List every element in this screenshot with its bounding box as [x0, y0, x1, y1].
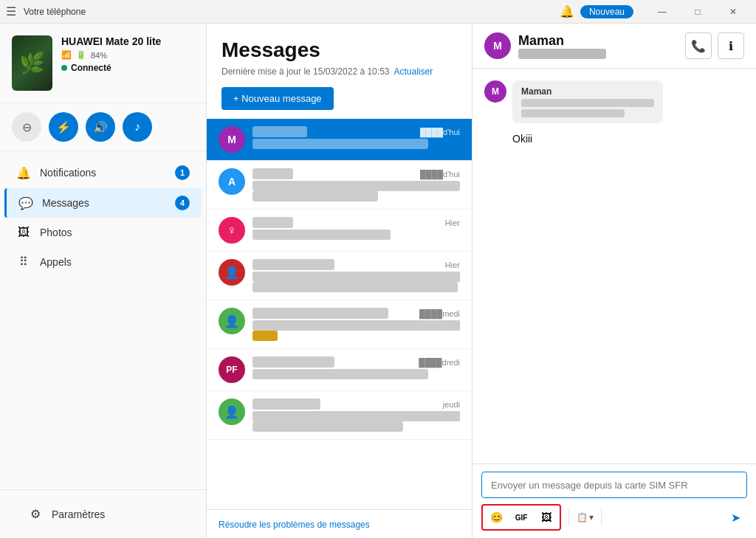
toolbar-separator-2: [601, 508, 602, 526]
conversation-item-3[interactable]: ♀ ██████ Hier ██████████████████████: [207, 210, 472, 252]
conv-header-2: ██████ ████d'hui: [252, 168, 460, 179]
maximize-button[interactable]: □: [681, 0, 715, 24]
device-panel: HUAWEI Mate 20 lite 84% Connecté: [0, 24, 206, 103]
conv-content-4: ████████████ Hier ██████████████████████…: [252, 259, 460, 292]
bluetooth-button[interactable]: ⚡: [49, 112, 78, 142]
conv-header-7: ██████████ jeudi: [252, 399, 460, 410]
conv-name-6: ████████████: [252, 356, 334, 368]
clip-button[interactable]: 📋 ▾: [577, 512, 594, 523]
app-title: Votre téléphone: [24, 7, 560, 17]
conv-preview-2b: ████████████████████: [252, 191, 460, 201]
sidebar-item-photos[interactable]: 🖼 Photos: [4, 218, 202, 246]
chat-header: M Maman ██████████████ 📞 ℹ: [472, 24, 756, 69]
status-label: Connecté: [71, 63, 111, 73]
settings-item[interactable]: ⚙ Paramètres: [16, 500, 190, 528]
signal-icon: [61, 50, 72, 60]
media-toolbar-group: 😊 GIF 🖼: [481, 504, 561, 531]
window-controls: — □ ✕: [645, 0, 750, 24]
send-button[interactable]: ➤: [724, 507, 747, 528]
device-status: Connecté: [61, 63, 194, 73]
conversation-item-2[interactable]: A ██████ ████d'hui █████████████████████…: [207, 161, 472, 210]
message-plain-2: Okiii: [512, 132, 744, 145]
conversation-list: M ████████ ████d'hui ███████████████████…: [207, 119, 472, 440]
new-message-button[interactable]: + Nouveau message: [221, 87, 334, 110]
conv-content-1: ████████ ████d'hui █████████████████████…: [252, 126, 460, 149]
conv-time-7: jeudi: [443, 400, 460, 409]
conv-content-5: ████████████████████ ████medi ██████████…: [252, 308, 460, 341]
avatar-5: 👤: [219, 308, 245, 334]
music-button[interactable]: ♪: [123, 112, 152, 142]
conv-preview-1: ████████████████████████████: [252, 139, 460, 149]
gif-button[interactable]: GIF: [509, 507, 533, 528]
message-row-1: M Maman: [484, 80, 744, 123]
emoji-button[interactable]: 😊: [484, 507, 508, 528]
device-info: HUAWEI Mate 20 lite 84% Connecté: [61, 35, 194, 73]
conv-preview-7b: ████████████████████████: [252, 421, 460, 432]
minimize-button[interactable]: —: [645, 0, 679, 24]
conv-header-4: ████████████ Hier: [252, 259, 460, 270]
chat-toolbar: 😊 GIF 🖼 📋 ▾ ➤: [481, 504, 747, 531]
last-update-text: Dernière mise à jour le 15/03/2022 à 10:…: [221, 66, 389, 77]
chat-panel: M Maman ██████████████ 📞 ℹ M Maman: [472, 24, 756, 538]
sidebar-item-messages[interactable]: 💬 Messages 4: [4, 188, 202, 218]
conversation-item-5[interactable]: 👤 ████████████████████ ████medi ████████…: [207, 300, 472, 349]
conv-content-7: ██████████ jeudi ███████████████████████…: [252, 399, 460, 432]
device-image: [12, 35, 52, 91]
avatar-6: PF: [219, 356, 245, 383]
conv-time-6: ████dredi: [419, 358, 460, 367]
conv-name-4: ████████████: [252, 259, 334, 270]
conv-preview-3: ██████████████████████: [252, 230, 460, 240]
chat-contact-info: Maman ██████████████: [518, 33, 678, 59]
avatar-4: 👤: [219, 259, 245, 286]
conv-preview-2a: █████████████████████████████████: [252, 181, 460, 191]
chat-input[interactable]: [491, 480, 738, 491]
chat-contact-number: ██████████████: [518, 49, 678, 59]
battery-icon: [76, 50, 86, 60]
msg-blurred-2: [521, 109, 625, 117]
conv-preview-7a: ████████████████████████████████████: [252, 411, 460, 421]
conv-name-2: ██████: [252, 168, 293, 179]
titlebar: ☰ Votre téléphone 🔔 Nouveau — □ ✕: [0, 0, 756, 24]
volume-button[interactable]: 🔊: [86, 112, 115, 142]
appels-label: Appels: [40, 256, 190, 268]
nouveau-button[interactable]: Nouveau: [580, 5, 633, 18]
bell-icon[interactable]: 🔔: [560, 4, 574, 18]
chat-header-actions: 📞 ℹ: [685, 32, 744, 59]
call-button[interactable]: 📞: [685, 32, 712, 59]
conv-time-4: Hier: [445, 261, 460, 269]
conv-preview-6: ████████████████████████████: [252, 369, 460, 379]
resolve-link[interactable]: Résoudre les problèmes de messages: [219, 520, 370, 530]
refresh-link[interactable]: Actualiser: [394, 66, 433, 77]
conv-time-1: ████d'hui: [420, 128, 460, 137]
msg-sender-1: Maman: [521, 86, 654, 97]
sidebar-item-appels[interactable]: ⠿ Appels: [4, 247, 202, 276]
message-text-2: Okiii: [512, 133, 532, 145]
sidebar-item-notifications[interactable]: 🔔 Notifications 1: [4, 158, 202, 187]
conv-name-5: ████████████████████: [252, 308, 388, 319]
clip-chevron: ▾: [589, 512, 594, 523]
avatar-3: ♀: [219, 217, 245, 244]
conv-preview-4a: ████████████████████████████████████: [252, 272, 460, 282]
conversation-item-4[interactable]: 👤 ████████████ Hier ████████████████████…: [207, 252, 472, 300]
mute-button[interactable]: ⊖: [12, 112, 41, 142]
chat-footer: 😊 GIF 🖼 📋 ▾ ➤: [472, 463, 756, 538]
chat-messages: M Maman Okiii: [472, 69, 756, 463]
sidebar-footer: ⚙ Paramètres: [0, 489, 206, 538]
settings-label: Paramètres: [52, 508, 178, 520]
messages-subtitle: Dernière mise à jour le 15/03/2022 à 10:…: [221, 66, 457, 77]
toolbar-separator-1: [568, 508, 569, 526]
image-button[interactable]: 🖼: [535, 507, 558, 528]
conv-content-3: ██████ Hier ██████████████████████: [252, 217, 460, 240]
conversation-item-6[interactable]: PF ████████████ ████dredi ██████████████…: [207, 349, 472, 391]
close-button[interactable]: ✕: [716, 0, 750, 24]
conv-name-7: ██████████: [252, 399, 320, 410]
conv-header-6: ████████████ ████dredi: [252, 356, 460, 368]
menu-icon[interactable]: ☰: [6, 4, 16, 18]
conv-preview-5b: ████: [252, 331, 460, 341]
chat-input-container[interactable]: [481, 472, 747, 498]
info-button[interactable]: ℹ: [718, 32, 744, 59]
conversation-item-1[interactable]: M ████████ ████d'hui ███████████████████…: [207, 119, 472, 161]
blurred-name-1: ████████: [252, 126, 307, 137]
chat-contact-name: Maman: [518, 33, 678, 49]
conversation-item-7[interactable]: 👤 ██████████ jeudi █████████████████████…: [207, 391, 472, 440]
